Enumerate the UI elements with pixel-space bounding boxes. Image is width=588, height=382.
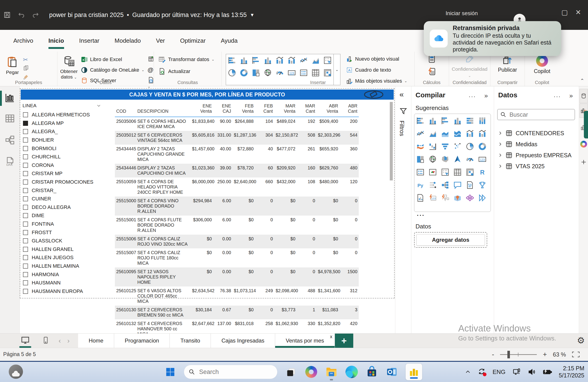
search-input[interactable] [509,111,567,119]
next-page-icon[interactable]: › [67,337,70,344]
slicer-item[interactable]: ALLEGRA MP [21,119,106,128]
collapse-ribbon-icon[interactable]: ⌃ [580,78,584,84]
line-and-stacked-column-chart-icon[interactable] [275,55,285,65]
data-table-prepuesto-empresa[interactable]: Prepuesto EMPRESA [494,150,579,161]
checkbox-icon[interactable] [23,180,28,184]
clustered-bar-chart-icon[interactable] [440,116,450,126]
cut-icon[interactable]: ✂ [23,56,29,63]
clustered-column-chart-icon[interactable] [263,55,273,65]
slicer-item[interactable]: DECO ALLEGRA [21,203,106,212]
stacked-bar-chart-icon[interactable] [227,55,237,65]
checkbox-icon[interactable] [23,280,28,285]
menu-tab-optimizar[interactable]: Optimizar [180,37,206,44]
taskbar-search[interactable] [184,365,277,379]
smart-narrative-icon[interactable] [465,180,475,190]
qa-visual-icon[interactable] [452,180,462,190]
data-table-contenedores[interactable]: CONTENEDORES [494,128,579,139]
stacked-bar-chart-icon[interactable] [415,116,425,126]
cast-display-icon[interactable] [512,368,521,376]
slicer-item[interactable]: HALLEN JUEGOS [21,253,106,262]
slicer-item[interactable]: GLASSLOCK [21,237,106,245]
weather-widget-icon[interactable] [9,364,23,379]
area-chart-icon[interactable] [428,129,438,139]
redo-icon[interactable] [28,0,43,30]
filter-funnel-icon[interactable] [399,107,407,116]
chevron-right-icon[interactable] [498,142,502,146]
excel-workbook-button[interactable]: x Libro de Excel [81,55,145,64]
card-icon[interactable]: 123 [477,154,487,164]
text-box-button[interactable]: A Cuadro de texto [346,66,407,74]
table-row[interactable]: 25610125SET 6 VASOS ALTOS COLOR DOT 465c… [115,286,359,305]
stacked-column-chart-icon[interactable] [428,116,438,126]
undo-icon[interactable] [14,0,28,30]
pie-chart-icon[interactable] [465,141,475,152]
kpi-icon[interactable] [428,167,438,177]
data-search[interactable] [497,109,575,120]
page-tab-cajas-ingresadas[interactable]: Cajas Ingresadas [211,334,275,348]
zoom-in-button[interactable]: + [543,351,547,358]
column-header[interactable]: FEB Venta [232,102,255,117]
checkbox-icon[interactable] [23,196,28,201]
azure-map-icon[interactable] [452,154,462,164]
table-row[interactable]: 25515006SET 4 COPAS CALIZ ROJO VINO 320c… [115,235,359,248]
checkbox-icon[interactable] [23,263,28,269]
column-header[interactable]: ABR Venta [316,102,339,117]
page-tab-transito[interactable]: Transito [170,334,211,348]
table-row[interactable]: 25610095SET 12 VASOS NAPOLES RIPLEY HOME… [115,267,359,286]
maximize-button[interactable]: ▢ [561,8,568,16]
save-icon[interactable] [0,0,14,30]
column-header[interactable]: FEB Cant [255,102,274,117]
line-chart-icon[interactable] [299,55,309,65]
table-row[interactable]: 25434445DISPLAY 2 TAZAS CAPUCHINO GRANDE… [115,145,359,164]
outlook-icon[interactable] [385,365,399,379]
copilot-pane-icon[interactable] [580,137,588,151]
line-and-stacked-column-chart-icon[interactable] [465,129,475,139]
column-header[interactable]: MAR Cant [297,102,316,117]
add-data-dropzone[interactable]: Agregar datos [414,232,487,248]
data-collapse-icon[interactable]: » [569,92,573,100]
signin-button-partial[interactable] [584,111,588,139]
page-tab-ventas-por-mes[interactable]: Ventas por mesx [275,334,335,348]
treemap-icon[interactable] [415,154,425,164]
multi-row-card-icon[interactable] [299,68,309,78]
copilot-taskbar-icon[interactable] [305,365,318,379]
add-data-button[interactable]: Agregar datos [417,234,485,246]
power-automate-icon[interactable] [440,193,450,203]
data-table-vtas-2025[interactable]: VTAS 2025 [494,161,579,171]
stacked-area-chart-icon[interactable] [440,129,450,139]
slicer-item[interactable]: CUINER [21,195,106,203]
model-view-icon[interactable] [5,135,15,145]
slicer-item[interactable]: HALLEN MELAMINA [21,262,106,270]
chevron-right-icon[interactable] [498,153,502,157]
table-view-icon[interactable] [5,113,15,124]
refresh-button[interactable]: Actualizar [158,67,221,76]
stacked-column-chart-icon[interactable] [239,55,249,65]
expand-filters-icon[interactable]: « [399,90,404,99]
power-platform-icon[interactable] [477,193,487,203]
slicer-item[interactable]: ALLEGRA HERMETICOS [21,111,106,119]
map-icon[interactable] [263,68,273,78]
quick-measure-icon[interactable] [427,67,436,77]
waterfall-chart-icon[interactable] [428,141,438,152]
data-more-options-icon[interactable]: ··· [554,93,561,100]
checkbox-icon[interactable] [23,154,28,159]
data-hub-icon[interactable]: @ [148,66,155,74]
table-row[interactable]: 25515000SET 4 COPAS VINO BORDE DORADO R.… [115,197,359,216]
checkbox-icon[interactable] [23,289,28,294]
power-apps-icon[interactable]: 123 [428,193,438,203]
column-header[interactable]: DESCRIPCION [136,102,191,117]
chevron-right-icon[interactable] [498,131,502,135]
gauge-icon[interactable] [465,154,475,164]
mobile-layout-icon[interactable] [42,336,50,345]
zoom-slider-thumb[interactable] [507,351,510,358]
battery-icon[interactable] [543,368,552,376]
chevron-down-icon[interactable]: ▼ [250,12,254,18]
start-button[interactable] [164,365,177,379]
copy-icon[interactable] [23,65,29,72]
clustered-column-chart-icon[interactable] [452,116,462,126]
slicer-icon[interactable] [322,55,333,65]
checkbox-icon[interactable] [23,213,28,218]
treemap-icon[interactable] [251,68,261,78]
desktop-layout-icon[interactable] [21,336,30,346]
matrix-icon[interactable] [322,68,333,78]
